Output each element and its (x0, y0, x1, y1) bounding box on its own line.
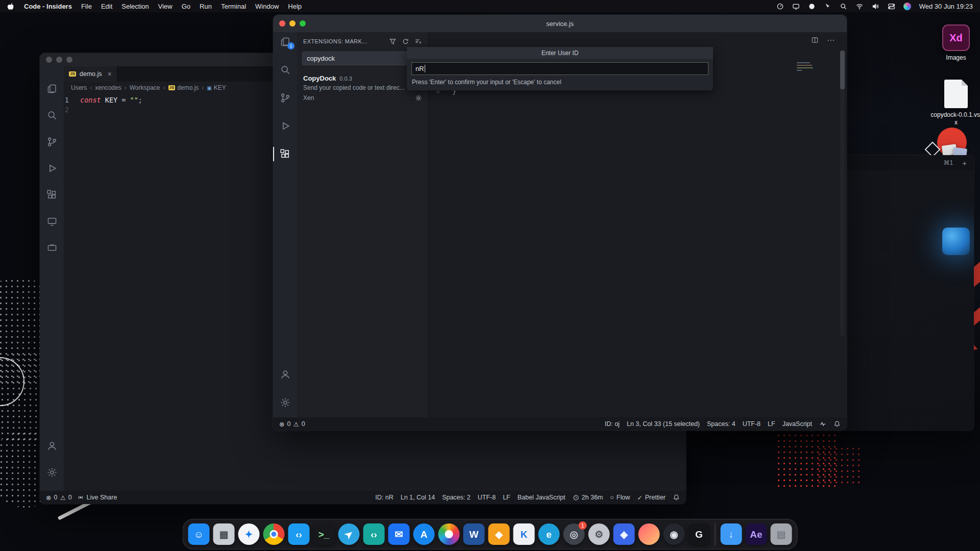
live-share-button[interactable]: Live Share (77, 494, 117, 501)
menu-selection[interactable]: Selection (121, 3, 149, 10)
dock-safari-icon[interactable]: ✦ (238, 523, 260, 545)
desktop-icon-copydock-vsix[interactable]: copydock-0.0.1.vsix (925, 80, 980, 127)
close-window-button[interactable] (279, 20, 285, 27)
dock-word-icon[interactable]: W (463, 523, 485, 545)
explorer-icon[interactable]: 1 (273, 35, 297, 49)
breadcrumb-demo-js[interactable]: JS demo.js (168, 84, 199, 91)
breadcrumb-workspace[interactable]: Workspace (130, 84, 160, 91)
breadcrumb-key-symbol[interactable]: ▣ KEY (207, 84, 226, 91)
accounts-icon[interactable] (273, 367, 297, 382)
user-id-input[interactable]: nR (411, 62, 708, 75)
dock-after-effects-icon[interactable]: Ae (746, 523, 767, 545)
menu-window[interactable]: Window (255, 3, 279, 10)
indentation-status[interactable]: Spaces: 4 (707, 420, 736, 428)
session-id-status[interactable]: ID: nR (375, 494, 393, 501)
dock-g-app-icon[interactable]: G (689, 523, 710, 545)
dock-finder-icon[interactable]: ☺ (188, 523, 210, 545)
dock-camera-app-icon[interactable]: ◉ (664, 523, 685, 545)
extensions-icon[interactable] (40, 188, 64, 202)
terminal-new-tab-button[interactable]: + (962, 159, 967, 167)
menu-go[interactable]: Go (182, 3, 190, 10)
eol-status[interactable]: LF (768, 420, 775, 428)
dock-vscode-insiders-icon[interactable]: ‹› (363, 523, 385, 545)
explorer-icon[interactable] (40, 82, 64, 96)
extensions-icon[interactable] (273, 147, 297, 161)
dock-vscode-icon[interactable]: ‹› (288, 523, 310, 545)
indentation-status[interactable]: Spaces: 2 (442, 494, 471, 501)
focus-mode-icon[interactable] (808, 3, 816, 10)
flow-status[interactable]: ○ Flow (610, 494, 630, 501)
cursor-status-icon[interactable] (824, 3, 831, 10)
display-status-icon[interactable] (792, 3, 800, 10)
more-actions-icon[interactable]: ⋯ (827, 36, 835, 44)
notifications-bell[interactable] (834, 420, 841, 428)
settings-gear-icon[interactable] (273, 395, 297, 410)
breadcrumb-xencodes[interactable]: xencodes (95, 84, 121, 91)
refresh-icon[interactable] (402, 38, 409, 45)
dock-mail-icon[interactable]: ✉ (388, 523, 410, 545)
active-app-name[interactable]: Code - Insiders (24, 3, 72, 10)
live-preview-icon[interactable] (40, 241, 64, 255)
dock-appstore-icon[interactable]: A (413, 523, 435, 545)
tab-demo-js[interactable]: JS demo.js × (64, 66, 117, 82)
tab-close-icon[interactable]: × (108, 70, 112, 78)
dock-telegram-icon[interactable]: ➤ (338, 523, 360, 545)
encoding-status[interactable]: UTF-8 (478, 494, 496, 501)
control-center-icon[interactable] (888, 3, 895, 10)
zoom-window-button[interactable] (66, 57, 72, 63)
encoding-status[interactable]: UTF-8 (743, 420, 761, 428)
terminal-tab-shortcut[interactable]: ⌘1 (944, 159, 953, 166)
filter-icon[interactable] (389, 38, 397, 45)
language-mode-status[interactable]: Babel JavaScript (518, 494, 566, 501)
dock-terminal-icon[interactable]: >_ (313, 523, 335, 545)
dock-gray-app-icon[interactable]: ◎1 (564, 523, 585, 545)
menu-file[interactable]: File (81, 3, 92, 10)
search-icon[interactable] (40, 108, 64, 122)
eol-status[interactable]: LF (503, 494, 510, 501)
wifi-icon[interactable] (855, 3, 864, 10)
menu-bar-clock[interactable]: Wed 30 Jun 19:23 (919, 3, 973, 10)
minimap[interactable] (797, 61, 814, 117)
cursor-position-status[interactable]: Ln 3, Col 33 (15 selected) (627, 420, 700, 428)
time-tracker-status[interactable]: 2h 36m (573, 494, 603, 501)
dock-trash-icon[interactable]: ▤ (771, 523, 792, 545)
minimize-window-button[interactable] (56, 57, 62, 63)
dock-launchpad-icon[interactable]: ▦ (213, 523, 235, 545)
run-debug-icon[interactable] (40, 161, 64, 176)
zoom-window-button[interactable] (300, 20, 306, 27)
dock-pink-app-icon[interactable] (639, 523, 660, 545)
search-icon[interactable] (273, 63, 297, 77)
menu-terminal[interactable]: Terminal (221, 3, 246, 10)
apple-menu-icon[interactable] (7, 3, 15, 10)
desktop-icon-images[interactable]: Xd Images (928, 24, 980, 62)
dock-chrome-icon[interactable] (263, 523, 285, 545)
breadcrumb-users[interactable]: Users (71, 84, 87, 91)
gauge-status-icon[interactable] (776, 3, 784, 10)
problems-indicator[interactable]: ⊗ 0 ⚠ 0 (279, 420, 305, 428)
dock-downloads-folder-icon[interactable]: ↓ (721, 523, 742, 545)
extension-manage-gear-icon[interactable] (415, 94, 422, 102)
problems-indicator[interactable]: ⊗ 0 ⚠ 0 (46, 494, 72, 502)
siri-icon[interactable] (903, 3, 911, 10)
dock-orange-app-icon[interactable]: ◆ (488, 523, 510, 545)
menu-edit[interactable]: Edit (101, 3, 112, 10)
dock-keynote-icon[interactable]: K (513, 523, 535, 545)
spotlight-search-icon[interactable] (840, 3, 847, 10)
notifications-bell[interactable] (673, 494, 680, 501)
language-mode-status[interactable]: JavaScript (782, 420, 812, 428)
volume-icon[interactable] (872, 3, 879, 10)
dock-edge-icon[interactable]: e (538, 523, 560, 545)
split-editor-icon[interactable] (811, 36, 819, 44)
source-control-icon[interactable] (40, 135, 64, 149)
dock-blue-app-icon[interactable]: ◈ (614, 523, 635, 545)
run-debug-icon[interactable] (273, 119, 297, 133)
feedback-icon[interactable] (819, 420, 826, 428)
menu-view[interactable]: View (158, 3, 173, 10)
editor-scrollbar[interactable] (840, 51, 845, 336)
cursor-position-status[interactable]: Ln 1, Col 14 (401, 494, 435, 501)
accounts-icon[interactable] (40, 439, 64, 453)
menu-help[interactable]: Help (288, 3, 302, 10)
dock-photos-icon[interactable] (438, 523, 460, 545)
clear-results-icon[interactable] (414, 38, 422, 45)
prettier-status[interactable]: ✓ Prettier (637, 494, 666, 502)
